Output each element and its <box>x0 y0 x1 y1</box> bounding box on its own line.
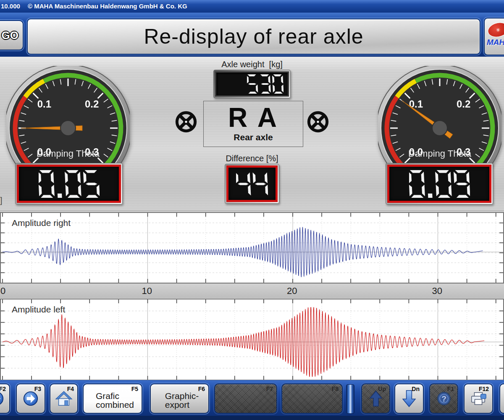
toolbar-button-f1: F1? <box>429 383 458 414</box>
home-icon <box>55 391 73 407</box>
instrument-panel: 0.00.10.20.3Damping Theta 0.00.10.20.3Da… <box>0 57 504 210</box>
maha-logo-text: MAHA <box>487 38 504 47</box>
fkey-label: F6 <box>198 386 205 392</box>
lcd-axle-weight-value <box>215 71 289 97</box>
wheel-icon-left <box>175 110 197 134</box>
wheel-icon <box>175 110 197 134</box>
toolbar-button-dn[interactable]: Dn <box>394 383 424 414</box>
toolbar-button-f8: F8 <box>281 383 343 414</box>
maha-suspension-tester-screen: 10.000 © MAHA Maschinenbau Haldenwang Gm… <box>0 0 504 420</box>
x-tick-label-30: 30 <box>432 286 442 297</box>
arrow-right-circle-icon <box>0 391 4 407</box>
toolbar-button-up: Up <box>361 383 390 414</box>
gauge-hub <box>60 121 76 136</box>
maha-logo-button[interactable]: ✳ MAHA <box>484 18 504 55</box>
chart-title-right: Amplitude right <box>12 218 71 228</box>
x-axis-band: 0102030 <box>0 284 504 299</box>
x-tick-label-10: 10 <box>142 286 152 297</box>
lcd-damping-left-value <box>17 165 121 203</box>
lcd-axle-weight <box>213 70 291 98</box>
fkey-label: F7 <box>266 386 273 392</box>
maha-logo-star-icon: ✳ <box>495 26 501 33</box>
seven-segment-display <box>247 74 284 94</box>
gauge-svg: 0.00.10.20.3Damping Theta <box>378 66 501 167</box>
wheel-icon <box>307 110 329 134</box>
lcd-difference-value <box>226 165 278 202</box>
copyright-text: © MAHA Maschinenbau Haldenwang GmbH & Co… <box>28 3 187 10</box>
fkey-text: Graphic-export <box>165 391 199 409</box>
version-text: 10.000 <box>1 3 20 10</box>
toolbar-button-f3[interactable]: F3 <box>16 383 45 414</box>
go-button[interactable]: GO <box>0 20 24 50</box>
chart-title-left: Amplitude left <box>12 304 65 315</box>
svg-text:0.2: 0.2 <box>457 98 470 110</box>
svg-text:Damping Theta: Damping Theta <box>408 148 472 159</box>
x-tick-label-0: 0 <box>0 286 5 297</box>
y-axis-unit-fragment: ] <box>0 196 3 205</box>
lcd-difference <box>225 164 279 204</box>
function-key-toolbar: F2F3F4F5GraficcombinedF6Graphic-exportF7… <box>0 380 504 420</box>
chart-amplitude-right-plot <box>1 213 503 283</box>
gauge-damping-theta-right: 0.00.10.20.3Damping Theta <box>378 66 501 167</box>
seven-segment-display <box>236 171 268 197</box>
x-tick-label-20: 20 <box>287 286 297 297</box>
gauge-svg: 0.00.10.20.3Damping Theta <box>6 66 130 167</box>
seven-segment-display <box>39 170 100 198</box>
gauge-hub <box>432 121 447 136</box>
page-title-plate: Re-display of rear axle <box>27 18 480 55</box>
chart-amplitude-left: Amplitude left <box>0 299 504 381</box>
go-button-label: GO <box>2 29 18 42</box>
fkey-label: F2 <box>0 386 6 392</box>
wheel-icon-right <box>307 110 329 134</box>
gauge-damping-theta-left: 0.00.10.20.3Damping Theta <box>6 66 130 167</box>
fkey-label: F8 <box>332 386 339 392</box>
svg-text:0.1: 0.1 <box>37 98 51 110</box>
axle-weight-label: Axle weight [kg] <box>168 60 336 69</box>
fkey-label: F1 <box>447 386 454 392</box>
svg-text:Damping Theta: Damping Theta <box>37 148 100 159</box>
arrow-right-circle-icon <box>23 391 39 407</box>
chart-amplitude-left-plot <box>1 299 503 380</box>
help-icon: ? <box>436 391 452 406</box>
fkey-label: F3 <box>34 386 41 392</box>
page-title: Re-display of rear axle <box>144 24 363 49</box>
printer-icon <box>470 391 487 407</box>
lcd-damping-right <box>386 163 493 205</box>
toolbar-button-f12[interactable]: F12 <box>464 383 493 414</box>
maha-logo-oval-icon: ✳ <box>486 20 504 39</box>
waveform-trace <box>3 227 483 277</box>
lcd-damping-left <box>15 163 123 205</box>
arrow-up-icon <box>370 390 382 407</box>
fkey-text: Graficcombined <box>96 391 134 409</box>
axle-code: R A <box>204 103 303 132</box>
fkey-label: F12 <box>479 386 489 392</box>
header-bar: GO Re-display of rear axle ✳ MAHA <box>0 13 504 58</box>
lcd-damping-right-value <box>387 165 491 203</box>
toolbar-button-f6[interactable]: F6Graphic-export <box>150 383 209 414</box>
toolbar-button-f5[interactable]: F5Graficcombined <box>83 383 142 414</box>
window-title-bar: 10.000 © MAHA Maschinenbau Haldenwang Gm… <box>0 0 504 13</box>
seven-segment-display <box>409 170 470 198</box>
axle-name: Rear axle <box>204 132 303 142</box>
toolbar-button-blank[interactable] <box>499 383 504 414</box>
toolbar-button-f2[interactable]: F2 <box>0 383 10 414</box>
fkey-label: Up <box>378 386 386 392</box>
fkey-label: F4 <box>67 386 74 392</box>
svg-text:0.2: 0.2 <box>85 98 99 110</box>
difference-label: Difference [%] <box>168 154 336 163</box>
chart-amplitude-right: Amplitude right <box>0 212 504 284</box>
charts-section: Amplitude right 0102030 Amplitude left <box>0 210 504 380</box>
toolbar-button-f4[interactable]: F4 <box>50 383 78 414</box>
toolbar-button-f7: F7 <box>214 383 277 414</box>
svg-text:?: ? <box>441 394 446 403</box>
toolbar-separator <box>346 384 354 414</box>
fkey-label: F5 <box>131 386 138 392</box>
axle-indicator-box: R A Rear axle <box>203 101 303 147</box>
fkey-label: Dn <box>412 386 420 392</box>
